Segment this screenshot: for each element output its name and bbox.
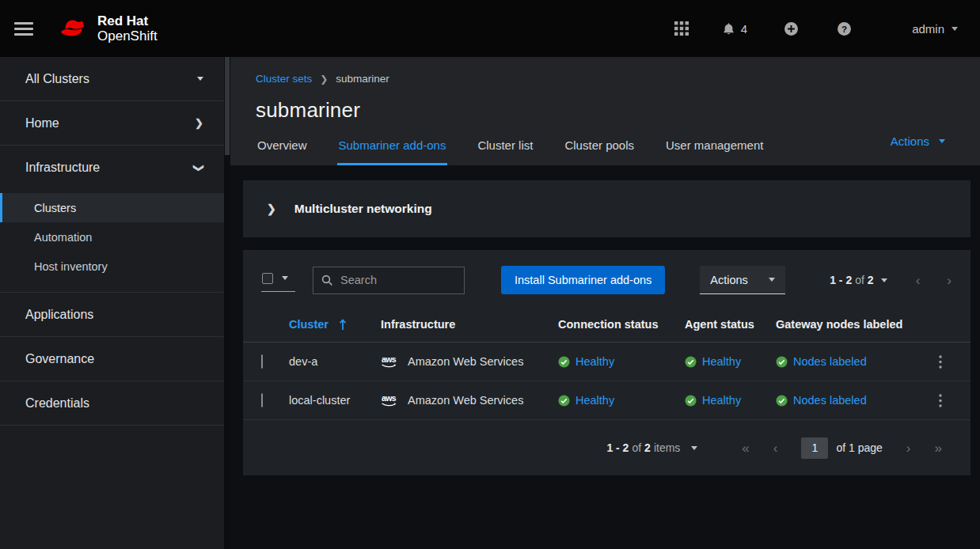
table-actions-label: Actions [710, 274, 748, 286]
breadcrumb-link-cluster-sets[interactable]: Cluster sets [256, 73, 312, 85]
sidebar-item-label: Credentials [25, 396, 89, 411]
page-number-input[interactable] [801, 437, 828, 459]
prev-page-icon[interactable]: ‹ [773, 441, 778, 455]
pagination-of: of [632, 441, 641, 454]
sidebar-item-home[interactable]: Home ❯ [0, 101, 224, 146]
username: admin [912, 22, 944, 36]
notifications-button[interactable]: 4 [722, 22, 747, 36]
column-header-agent-status[interactable]: Agent status [685, 318, 754, 331]
select-all-checkbox[interactable] [262, 273, 273, 284]
scrollbar-thumb[interactable] [225, 57, 230, 155]
pagination-total: 2 [868, 274, 874, 286]
gateway-status-link[interactable]: Nodes labeled [793, 394, 867, 407]
gateway-status: Nodes labeled [776, 394, 918, 407]
next-page-icon[interactable]: › [947, 274, 952, 287]
gateway-status-link[interactable]: Nodes labeled [793, 355, 867, 368]
pagination-range: 1 - 2 [830, 274, 852, 286]
pagination-summary-dropdown[interactable]: 1 - 2 of 2 items [606, 441, 697, 454]
help-icon[interactable]: ? [837, 21, 852, 36]
perspective-switcher[interactable]: All Clusters [0, 57, 224, 101]
agent-status-link[interactable]: Healthy [702, 394, 741, 407]
table-header-row: Cluster Infrastructure Connection status… [243, 307, 971, 343]
sidebar-item-applications[interactable]: Applications [0, 293, 224, 337]
aws-icon: aws [381, 354, 401, 369]
agent-status: Healthy [685, 394, 776, 407]
cluster-name: dev-a [289, 355, 317, 368]
clusters-table-card: Install Submariner add-ons Actions 1 - 2… [243, 250, 971, 475]
bulk-select-dropdown[interactable] [261, 269, 295, 292]
row-checkbox[interactable] [261, 393, 263, 407]
table-actions-dropdown[interactable]: Actions [700, 266, 785, 294]
brand-line2: OpenShift [97, 28, 158, 44]
caret-down-icon [769, 278, 775, 282]
sort-ascending-icon [339, 319, 347, 331]
pagination-menu-caret-icon[interactable] [881, 278, 887, 282]
check-circle-icon [685, 356, 697, 368]
connection-status-link[interactable]: Healthy [575, 355, 614, 368]
page-actions-label: Actions [891, 134, 929, 148]
sidebar-item-label: Automation [34, 231, 92, 244]
sidebar-item-clusters[interactable]: Clusters [0, 193, 224, 222]
sidebar-item-label: Applications [25, 308, 93, 322]
tabs: Overview Submariner add-ons Cluster list… [256, 138, 765, 165]
column-header-infrastructure[interactable]: Infrastructure [381, 318, 455, 331]
nav-toggle-icon[interactable] [14, 22, 33, 36]
top-pagination: 1 - 2 of 2 ‹ › [830, 274, 952, 287]
networking-card-title: Multicluster networking [294, 202, 432, 216]
infrastructure-submenu: Clusters Automation Host inventory [0, 190, 224, 293]
sidebar-item-automation[interactable]: Automation [0, 222, 224, 252]
sidebar: All Clusters Home ❯ Infrastructure ❯ Clu… [0, 57, 224, 549]
agent-status: Healthy [685, 355, 776, 368]
agent-status-link[interactable]: Healthy [702, 355, 741, 368]
sidebar-scrollbar[interactable] [224, 57, 230, 549]
user-menu[interactable]: admin [912, 22, 958, 36]
sidebar-item-label: Infrastructure [25, 161, 100, 175]
tab-cluster-pools[interactable]: Cluster pools [563, 138, 636, 165]
page-actions-dropdown[interactable]: Actions [891, 134, 945, 148]
sidebar-item-governance[interactable]: Governance [0, 337, 224, 381]
pagination-range: 1 - 2 [606, 441, 629, 454]
cluster-name: local-cluster [289, 394, 350, 407]
sidebar-item-host-inventory[interactable]: Host inventory [0, 252, 224, 281]
prev-page-icon[interactable]: ‹ [916, 274, 921, 287]
connection-status: Healthy [558, 355, 685, 368]
column-header-cluster[interactable]: Cluster [289, 318, 381, 331]
install-submariner-button[interactable]: Install Submariner add-ons [501, 266, 665, 294]
sidebar-item-label: Host inventory [34, 260, 108, 273]
sidebar-item-label: Home [25, 116, 59, 131]
tab-overview[interactable]: Overview [256, 138, 309, 165]
caret-down-icon [952, 27, 958, 31]
row-kebab-menu[interactable] [936, 391, 945, 411]
breadcrumb: Cluster sets ❯ submariner [256, 73, 948, 85]
caret-down-icon [939, 139, 945, 143]
tab-submariner-add-ons[interactable]: Submariner add-ons [337, 138, 448, 165]
create-plus-icon[interactable] [784, 21, 799, 36]
sidebar-item-credentials[interactable]: Credentials [0, 381, 224, 426]
sidebar-item-infrastructure[interactable]: Infrastructure ❯ [0, 146, 224, 190]
row-checkbox[interactable] [261, 354, 263, 369]
app-launcher-icon[interactable] [674, 21, 689, 36]
column-header-connection-status[interactable]: Connection status [558, 318, 658, 331]
gateway-status: Nodes labeled [776, 355, 918, 368]
brand-line1: Red Hat [97, 13, 158, 28]
search-input[interactable] [340, 274, 456, 286]
caret-down-icon [282, 276, 288, 280]
chevron-down-icon: ❯ [193, 164, 205, 172]
svg-text:?: ? [841, 23, 847, 33]
column-header-gateway-nodes[interactable]: Gateway nodes labeled [776, 318, 902, 331]
last-page-icon[interactable]: » [935, 441, 942, 455]
notification-count: 4 [741, 22, 747, 36]
svg-text:aws: aws [382, 354, 397, 364]
redhat-hat-icon [54, 15, 90, 42]
table-row: local-cluster aws Amazon Web Services [243, 381, 971, 420]
check-circle-icon [685, 395, 697, 407]
connection-status-link[interactable]: Healthy [575, 394, 614, 407]
expand-chevron-right-icon[interactable]: ❯ [267, 203, 276, 215]
next-page-icon[interactable]: › [906, 441, 911, 455]
infrastructure-provider: Amazon Web Services [408, 355, 523, 368]
search-icon [321, 274, 333, 286]
tab-user-management[interactable]: User management [664, 138, 765, 165]
tab-cluster-list[interactable]: Cluster list [476, 138, 534, 165]
first-page-icon[interactable]: « [742, 441, 749, 455]
row-kebab-menu[interactable] [936, 352, 945, 372]
